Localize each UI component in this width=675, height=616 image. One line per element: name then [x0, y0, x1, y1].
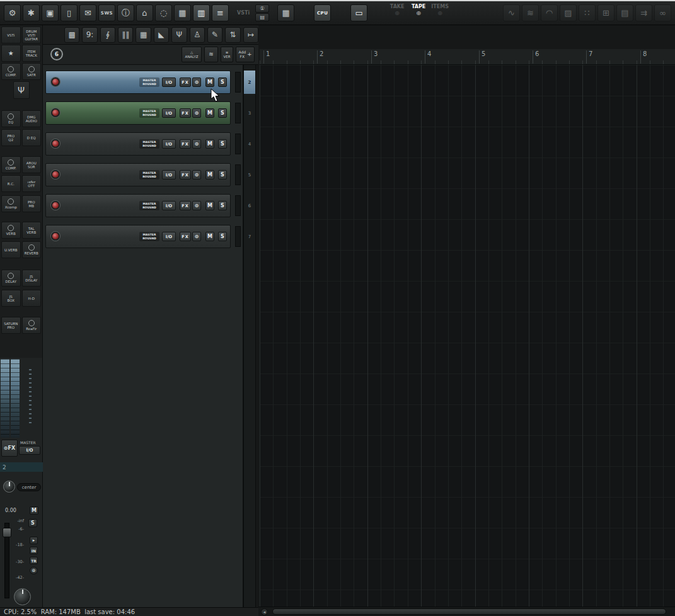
fx-bypass-icon[interactable]: ⊙ — [192, 201, 201, 210]
track-number-cell[interactable]: 2 — [244, 71, 255, 94]
track-row-5[interactable]: MASTER ROUSND I/O FX ⊙ M S — [45, 163, 231, 186]
pencil-icon[interactable]: ✎ — [207, 27, 222, 43]
fx-bypass-icon[interactable]: ⊙ — [192, 77, 201, 87]
width-knob-button[interactable]: ⊙ — [30, 567, 38, 574]
hatch-grid-icon[interactable]: ▨ — [560, 4, 577, 21]
horizontal-scrollbar[interactable]: ◂ — [258, 607, 675, 616]
list-icon[interactable]: ▤ — [255, 13, 269, 21]
save-button[interactable]: ▣ — [42, 4, 59, 21]
track-number-cell[interactable]: 7 — [244, 225, 255, 248]
scrollbar-thumb[interactable] — [272, 608, 666, 615]
dock-button-verb[interactable]: VERB — [1, 222, 21, 239]
timeline-ruler[interactable]: 1 2 3 4 5 6 7 8 — [260, 49, 675, 65]
io-button[interactable]: I/O — [162, 108, 176, 118]
mixer-button[interactable]: ≡ — [212, 4, 229, 21]
io-button[interactable]: I/O — [162, 139, 176, 149]
dock-button-item-track[interactable]: ITEM TRACK — [22, 45, 42, 62]
fx-button[interactable]: FX — [180, 201, 191, 210]
vsti-toolbar-label[interactable]: VSTi — [237, 10, 250, 16]
mute-button[interactable]: M — [205, 77, 214, 87]
midi-grid-icon[interactable]: ▩ — [64, 27, 79, 43]
routing-button[interactable]: MASTER ROUSND — [139, 170, 159, 180]
routing-button[interactable]: MASTER ROUSND — [139, 139, 159, 149]
trash-button[interactable]: ▯ — [61, 4, 78, 21]
fan-icon[interactable]: ◣ — [154, 27, 169, 43]
track-number-cell[interactable]: 6 — [244, 194, 255, 217]
dock-button-uverb[interactable]: U.VERB — [1, 241, 21, 258]
plus-grid-icon[interactable]: ⊞ — [597, 4, 614, 21]
grid-button[interactable]: ▦ — [277, 4, 294, 21]
fx-bypass-icon[interactable]: ⊙ — [192, 139, 201, 149]
dock-button-rc[interactable]: R.C. — [1, 175, 21, 192]
dock-button-dmg-audio[interactable]: DMG AUDIO — [22, 110, 42, 127]
noise-button[interactable]: ≋ — [204, 47, 218, 62]
solo-button[interactable]: S — [218, 170, 227, 180]
search-button[interactable]: ◌ — [155, 4, 172, 21]
io-button[interactable]: I/O — [162, 201, 176, 210]
fx-button[interactable]: FX — [180, 77, 191, 87]
circled-one-icon[interactable]: ① — [255, 4, 269, 13]
settings-icon[interactable]: ⚙ — [4, 4, 21, 21]
track-row-3[interactable]: MASTER ROUSND I/O FX ⊙ M S — [45, 101, 231, 125]
dock-button-pro-mb[interactable]: PRO MB — [22, 195, 42, 212]
envelope-icon-1[interactable]: ∿ — [503, 4, 520, 21]
dock-button-eq[interactable]: EQ — [1, 110, 21, 127]
items-mode-button[interactable]: ITEMS ◎ — [430, 4, 450, 23]
add-fx-button[interactable]: Add FX + — [236, 47, 255, 62]
dock-button-d-eq[interactable]: D EQ — [22, 129, 42, 146]
master-volume-fader[interactable] — [3, 528, 11, 537]
dock-button-ott[interactable]: ›xfer OTT — [22, 175, 42, 192]
dock-button-satr[interactable]: SATR — [22, 63, 42, 80]
meter-arrow-icon[interactable]: ⇅ — [225, 27, 240, 43]
master-io-button[interactable]: I/O — [19, 446, 40, 455]
routing-button[interactable]: MASTER ROUSND — [139, 201, 159, 210]
sws-button[interactable]: SWS — [98, 4, 115, 21]
record-arm-button[interactable] — [51, 232, 60, 241]
master-fx-button[interactable]: ⊙ FX — [1, 440, 18, 457]
monitor-button[interactable]: ▭ — [350, 4, 367, 21]
media-explorer-button[interactable]: ⌂ — [136, 4, 153, 21]
record-arm-button[interactable] — [51, 139, 60, 148]
io-button[interactable]: I/O — [162, 232, 176, 241]
dock-button-comp-2[interactable]: COMP. — [1, 156, 21, 173]
guitar-icon[interactable]: ∮ — [100, 27, 115, 43]
tape-mode-button[interactable]: TAPE ◎ — [408, 4, 429, 23]
record-arm-button[interactable] — [51, 77, 60, 86]
fx-bypass-icon[interactable]: ⊙ — [192, 232, 201, 241]
mic-icon[interactable]: Ψ — [171, 27, 187, 43]
master-track-number-bar[interactable]: 2 — [0, 462, 43, 472]
dock-button-arousor[interactable]: AROU SOR — [22, 156, 42, 173]
rows-icon[interactable]: ▤ — [616, 4, 633, 21]
solo-button[interactable]: S — [218, 201, 227, 210]
track-number-cell[interactable]: 5 — [244, 163, 255, 186]
mute-button[interactable]: M — [205, 170, 214, 180]
dock-button-hd[interactable]: H-D — [22, 290, 42, 307]
info-button[interactable]: ⓘ — [117, 4, 134, 21]
record-arm-button[interactable] — [51, 170, 60, 179]
master-mute-button[interactable]: M — [30, 506, 38, 515]
take-mode-button[interactable]: TAKE ◎ — [387, 4, 407, 23]
fx-bypass-icon[interactable]: ⊙ — [192, 108, 201, 118]
input-button[interactable]: IN — [30, 547, 38, 554]
vocalist-icon[interactable]: ♙ — [190, 27, 205, 43]
mute-button[interactable]: M — [205, 139, 214, 149]
dock-button-tal-verb[interactable]: TAL VERB — [22, 222, 42, 239]
record-arm-button[interactable] — [51, 108, 60, 117]
envelope-edit-button[interactable]: ✉ — [79, 4, 96, 21]
bass-clef-icon[interactable]: 9: — [82, 27, 97, 43]
routing-button[interactable]: MASTER ROUSND — [139, 108, 159, 118]
step-grid-icon[interactable]: ▦ — [136, 27, 151, 43]
routing-button[interactable]: MASTER ROUSND — [139, 77, 159, 87]
route-arrow-button[interactable]: ▸ — [30, 537, 38, 544]
io-button[interactable]: I/O — [162, 77, 176, 87]
master-solo-button[interactable]: S — [28, 519, 37, 527]
link-icon[interactable]: ∞ — [654, 4, 671, 21]
arrows-icon[interactable]: ⇉ — [635, 4, 652, 21]
gears-icon[interactable]: ✱ — [23, 4, 40, 21]
dock-button-saturn-pro[interactable]: SATURN PRO — [1, 317, 21, 334]
dock-button-vsti[interactable]: VSTi — [1, 26, 21, 43]
track-row-6[interactable]: MASTER ROUSND I/O FX ⊙ M S — [45, 194, 231, 217]
dock-button-js-box[interactable]: JS BOX — [1, 290, 21, 307]
dock-button-reverb[interactable]: REVERB — [22, 241, 42, 258]
track-row-2[interactable]: MASTER ROUSND I/O FX ⊙ M S — [45, 71, 231, 94]
